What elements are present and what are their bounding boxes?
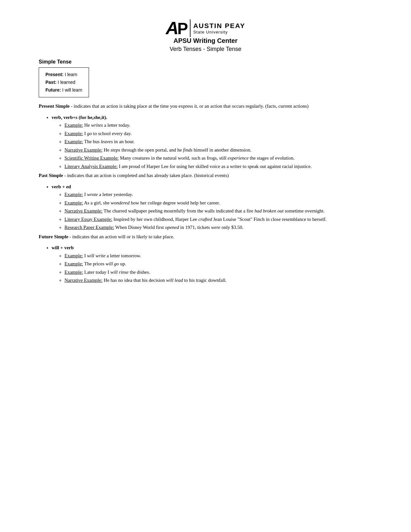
past-tense-row: Past: I learned xyxy=(45,79,82,86)
future-simple-heading-rest: - indicates that an action will or is li… xyxy=(68,234,174,239)
future-simple-paragraph: Future Simple - indicates that an action… xyxy=(39,233,372,241)
future-label: Future: xyxy=(45,87,61,93)
past-value: I learned xyxy=(56,80,75,85)
present-simple-heading-rest: - indicates that an action is taking pla… xyxy=(70,103,308,109)
past-label: Past: xyxy=(45,80,56,85)
tense-example-box: Present: I learn Past: I learned Future:… xyxy=(39,67,89,97)
list-item: Narrative Example: He has no idea that h… xyxy=(64,277,372,284)
list-item: Example: Later today I will rinse the di… xyxy=(64,269,372,276)
present-label: Present: xyxy=(45,72,64,77)
future-tense-row: Future: I will learn xyxy=(45,86,82,94)
list-item: Narrative Example: He steps through the … xyxy=(64,146,372,154)
list-item: Research Paper Example: When Disney Worl… xyxy=(64,224,372,231)
future-bullet-text: will + verb xyxy=(52,245,74,250)
list-item: Scientific Writing Example: Many creatur… xyxy=(64,154,372,162)
logo-name-block: Austin Peay State University xyxy=(193,22,245,34)
list-item: Example: The bus leaves in an hour. xyxy=(64,138,372,145)
present-bullet-text: verb, verb+s (for he,she,it). xyxy=(52,115,107,120)
list-item: Example: I wrote a letter yesterday. xyxy=(64,191,372,198)
past-simple-bullet1: verb + ed Example: I wrote a letter yest… xyxy=(52,183,372,231)
page-header: AP Austin Peay State University APSU Wri… xyxy=(39,19,372,53)
future-value: I will learn xyxy=(61,87,82,93)
present-value: I learn xyxy=(64,72,77,77)
list-item: Example: He writes a letter today. xyxy=(64,122,372,129)
list-item: Literary Essay Example: Inspired by her … xyxy=(64,216,372,223)
future-simple-list: will + verb Example: I will write a lett… xyxy=(52,244,372,284)
logo-row: AP Austin Peay State University xyxy=(166,19,245,37)
document-title: APSU Writing Center xyxy=(39,37,372,44)
present-simple-heading-bold: Present Simple xyxy=(39,103,70,109)
future-examples-list: Example: I will write a letter tomorrow.… xyxy=(64,252,372,284)
present-tense-row: Present: I learn xyxy=(45,71,82,79)
past-simple-heading-rest: - indicates that an action is completed … xyxy=(63,173,229,178)
list-item: Example: As a girl, she wondered how her… xyxy=(64,199,372,207)
simple-tense-heading: Simple Tense xyxy=(39,59,372,65)
future-simple-heading-bold: Future Simple xyxy=(39,234,68,239)
list-item: Literary Analysis Example: I am proud of… xyxy=(64,163,372,170)
document-subtitle: Verb Tenses - Simple Tense xyxy=(39,46,372,53)
state-university-label: State University xyxy=(193,30,245,34)
past-simple-heading-bold: Past Simple xyxy=(39,173,63,178)
future-simple-bullet1: will + verb Example: I will write a lett… xyxy=(52,244,372,284)
present-examples-list: Example: He writes a letter today. Examp… xyxy=(64,122,372,170)
list-item: Example: The prices will go up. xyxy=(64,260,372,268)
present-simple-list: verb, verb+s (for he,she,it). Example: H… xyxy=(52,114,372,170)
past-simple-list: verb + ed Example: I wrote a letter yest… xyxy=(52,183,372,231)
logo-wrapper: AP Austin Peay State University xyxy=(39,19,372,37)
list-item: Example: I will write a letter tomorrow. xyxy=(64,252,372,260)
present-simple-paragraph: Present Simple - indicates that an actio… xyxy=(39,103,372,110)
list-item: Narrative Example: The charred wallpaper… xyxy=(64,207,372,215)
list-item: Example: I go to school every day. xyxy=(64,130,372,137)
austin-peay-label: Austin Peay xyxy=(193,22,245,29)
present-simple-bullet1: verb, verb+s (for he,she,it). Example: H… xyxy=(52,114,372,170)
past-examples-list: Example: I wrote a letter yesterday. Exa… xyxy=(64,191,372,231)
ap-logo-text: AP xyxy=(166,19,187,37)
past-simple-paragraph: Past Simple - indicates that an action i… xyxy=(39,172,372,179)
past-bullet-text: verb + ed xyxy=(52,184,71,189)
